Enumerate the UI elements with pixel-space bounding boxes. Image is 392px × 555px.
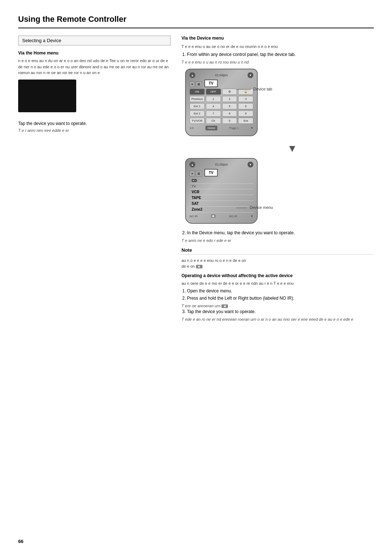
arrow-down-icon: ▼	[211, 143, 374, 154]
remote-down-arrow[interactable]: ▼	[248, 72, 253, 78]
step-oa2-label: 2. Press and hold the Left or Right butt…	[181, 296, 374, 301]
step-oa3-italic: T ede e an ro ne er nd ereoean roeran ur…	[181, 316, 374, 323]
remote-up-arrow[interactable]: ▲	[189, 72, 195, 78]
no-ir-right: NO IR	[229, 215, 237, 218]
step-2-italic: T e anro ne e edo r ede e er	[181, 238, 374, 244]
sub-heading: Operating a device without affecting the…	[181, 273, 374, 278]
remote-bottom-bar-1: 1/3 Home Page 1 ▼	[189, 126, 253, 130]
via-home-menu-title: Via the Home menu	[18, 50, 171, 56]
no-ir-left: NO IR	[189, 215, 197, 218]
remote-btn-off[interactable]: OFF	[206, 89, 221, 95]
note-icon-text: de e on ▣	[181, 263, 374, 270]
remote-grid-icon: ⊞	[196, 81, 202, 87]
remote-down-btn-1[interactable]: ▼	[250, 126, 253, 130]
note-text: au n o e e e e enu ro o e n e de e on	[181, 258, 374, 264]
inline-icon: ▣	[196, 265, 203, 268]
step-oa1-label: 1. Open the device menu.	[181, 288, 374, 293]
remote-top-bar-2: ▲ 01:05pm ▼	[189, 162, 253, 167]
menu-item-cd[interactable]: CD	[189, 178, 253, 184]
menu-item-vcr[interactable]: VCR	[189, 189, 253, 195]
remote-btn-2[interactable]: 2	[222, 96, 237, 102]
remote-home-btn-1[interactable]: Home	[205, 126, 217, 130]
remote-btn-4[interactable]: 4	[206, 103, 221, 109]
remote-btn-grid-1: ON OFF ⚙ 🔒 Previous 1 2 3 Ext 1 4 5 6 Ex…	[189, 89, 253, 124]
remote-btn-0[interactable]: 0	[222, 118, 237, 124]
ir-icon: ▣	[211, 214, 216, 218]
remote-body-1: ▲ 01:04pm ▼ ≡ ⊞ TV ON OFF ⚙ 🔒 Previ	[185, 69, 258, 136]
remote-btn-tvvcr[interactable]: TV/VCR	[189, 118, 205, 124]
step-oa2-italic: T ere oe anroeran urn ▣	[181, 303, 374, 309]
remote-body-2: ▲ 01:05pm ▼ ≡ ⊞ TV CD TV VCR TAPE	[185, 158, 258, 224]
device-tab-label-1: Device tab	[236, 87, 272, 91]
remote-btn-on[interactable]: ON	[189, 89, 205, 95]
remote-btn-5[interactable]: 5	[222, 103, 237, 109]
menu-item-tv[interactable]: TV	[189, 184, 253, 189]
remote-btn-9[interactable]: 9	[238, 110, 253, 117]
remote-down-arrow-2[interactable]: ▼	[248, 162, 253, 167]
note-section: Note au n o e e e e enu ro o e n e de e …	[181, 247, 374, 270]
remote-btn-clr[interactable]: Clr	[206, 118, 221, 124]
step-oa3-label: 3. Tap the device you want to operate.	[181, 309, 374, 314]
remote-down-btn-2[interactable]: ▼	[250, 215, 253, 218]
remote-btn-8[interactable]: 8	[222, 110, 237, 117]
remote-btn-previous[interactable]: Previous	[189, 96, 205, 102]
note-rule	[181, 254, 374, 255]
right-column: Via the Device menu T e e e enu o au oe …	[181, 36, 374, 322]
section-box: Selecting a Device	[18, 36, 171, 45]
left-column: Selecting a Device Via the Home menu n e…	[18, 36, 171, 322]
page-title: Using the Remote Controller	[18, 15, 374, 28]
step-2-label: 2. In the Device menu, tap the device yo…	[181, 230, 374, 235]
tap-text: Tap the device you want to operate.	[18, 121, 171, 126]
image-placeholder	[18, 80, 76, 112]
remote-time-2: 01:05pm	[215, 163, 228, 166]
remote-btn-7[interactable]: 7	[206, 110, 221, 117]
remote-top-bar-1: ▲ 01:04pm ▼	[189, 72, 253, 78]
step-1-label: 1. From within any device control panel,…	[181, 52, 374, 57]
remote-btn-settings[interactable]: ⚙	[222, 89, 237, 95]
remote-btn-ext1[interactable]: Ext 1	[189, 103, 205, 109]
remote-1: ▲ 01:04pm ▼ ≡ ⊞ TV ON OFF ⚙ 🔒 Previ	[181, 69, 374, 136]
left-body-text: n e o e enu au n du on ar e o o an deo n…	[18, 58, 171, 76]
remote-tab-tv-1[interactable]: TV	[204, 80, 218, 87]
page-label-1: Page 1	[229, 126, 238, 130]
via-device-menu-title: Via the Device menu	[181, 36, 374, 41]
intro-text: T e e e enu o au oe o no er de e ou reur…	[181, 44, 374, 50]
device-menu-label: Device menu	[236, 205, 273, 210]
remote-grid-icon-2: ⊞	[196, 171, 202, 177]
note-title: Note	[181, 247, 374, 253]
remote-btn-ent[interactable]: Ent	[238, 118, 253, 124]
section-box-label: Selecting a Device	[22, 38, 61, 43]
remote-tab-tv-2[interactable]: TV	[204, 169, 218, 177]
remote-2: ▲ 01:05pm ▼ ≡ ⊞ TV CD TV VCR TAPE	[181, 158, 374, 224]
remote-menu-icon: ≡	[189, 81, 195, 87]
remote-btn-1[interactable]: 1	[206, 96, 221, 102]
remote-btn-3[interactable]: 3	[238, 96, 253, 102]
remote-menu-icon-2: ≡	[189, 171, 195, 177]
page-fraction-1: 1/3	[189, 126, 193, 130]
remote-bottom-bar-2: NO IR ▣ NO IR ▼	[189, 214, 253, 218]
sub-text: au n oere de e e mo er de e e or e e re …	[181, 280, 374, 287]
remote-time-1: 01:04pm	[215, 73, 228, 77]
remote-btn-6[interactable]: 6	[238, 103, 253, 109]
inline-icon-2: ▣	[221, 304, 228, 308]
remote-btn-ext2[interactable]: Ext 2	[189, 110, 205, 117]
page-number: 66	[18, 539, 23, 544]
remote-up-arrow-2[interactable]: ▲	[189, 162, 195, 167]
step-1-italic: T e e e enu o u au n ro rou enu u n nd	[181, 59, 374, 65]
italic-text: T e r anro neo eee edde e er	[18, 127, 171, 134]
menu-item-tape[interactable]: TAPE	[189, 195, 253, 201]
